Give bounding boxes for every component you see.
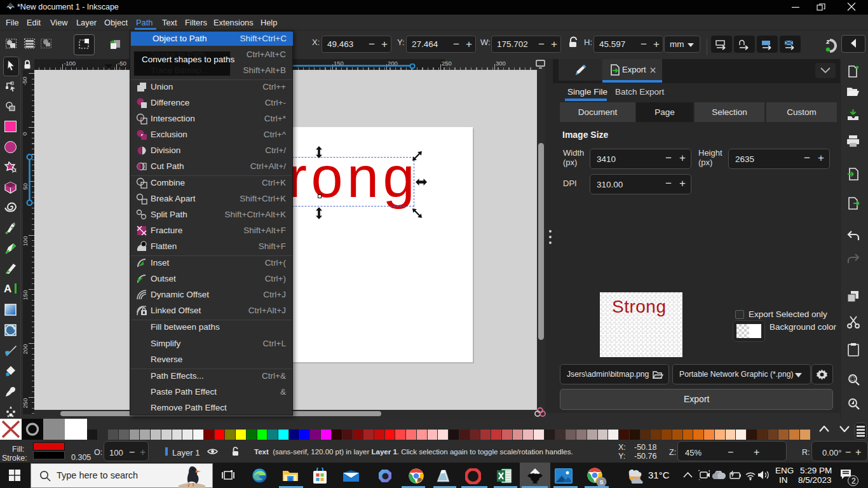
svg-text:S: S [599, 479, 603, 485]
